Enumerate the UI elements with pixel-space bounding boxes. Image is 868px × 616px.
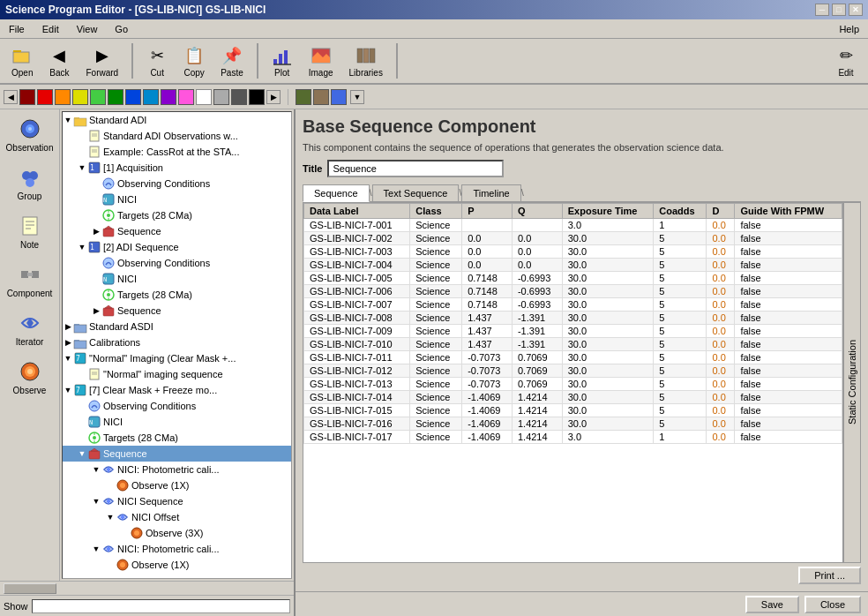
color-swatch-10[interactable] xyxy=(196,89,212,105)
tab-text-sequence[interactable]: Text Sequence xyxy=(372,184,460,201)
table-row[interactable]: GS-LIB-NICI-7-012Science-0.70730.706930.… xyxy=(304,364,842,378)
tree-item[interactable]: ▼NICI: Photometric cali... xyxy=(63,462,291,477)
table-row[interactable]: GS-LIB-NICI-7-016Science-1.40691.421430.… xyxy=(304,417,842,431)
static-config-tab[interactable]: Static Configuration xyxy=(843,202,861,563)
tree-toggle[interactable]: ▼ xyxy=(91,497,101,506)
tree-item[interactable]: Observe (1X) xyxy=(63,477,291,493)
tree-item[interactable]: ▼Sequence xyxy=(63,446,291,462)
color-swatch-5[interactable] xyxy=(108,89,123,105)
libraries-button[interactable]: Libraries xyxy=(343,42,389,80)
forward-button[interactable]: ▶ Forward xyxy=(79,42,124,80)
table-row[interactable]: GS-LIB-NICI-7-010Science1.437-1.39130.05… xyxy=(304,338,842,351)
tree-item[interactable]: ▼7[7] Clear Mask + Freeze mo... xyxy=(63,382,291,398)
tree-toggle[interactable]: ▶ xyxy=(63,322,73,331)
sidebar-item-group[interactable]: Group xyxy=(4,162,56,205)
table-row[interactable]: GS-LIB-NICI-7-001Science3.010.0false xyxy=(304,219,842,232)
sidebar-item-component[interactable]: Component xyxy=(4,259,56,302)
tree-panel[interactable]: ▼Standard ADIStandard ADI Observations w… xyxy=(62,111,292,579)
tree-toggle[interactable]: ▼ xyxy=(77,449,87,458)
tree-toggle[interactable]: ▼ xyxy=(105,513,116,522)
plot-button[interactable]: Plot xyxy=(266,42,299,80)
sidebar-item-observe[interactable]: Observe xyxy=(4,356,56,399)
color-swatch-9[interactable] xyxy=(178,89,194,105)
save-button[interactable]: Save xyxy=(745,596,799,613)
tree-item[interactable]: Observing Conditions xyxy=(63,255,291,271)
tree-toggle[interactable]: ▼ xyxy=(91,545,101,553)
table-row[interactable]: GS-LIB-NICI-7-013Science-0.70730.706930.… xyxy=(304,378,842,391)
table-row[interactable]: GS-LIB-NICI-7-015Science-1.40691.421430.… xyxy=(304,404,842,417)
table-row[interactable]: GS-LIB-NICI-7-008Science1.437-1.39130.05… xyxy=(304,312,842,325)
tree-toggle[interactable]: ▶ xyxy=(91,227,101,236)
tree-item[interactable]: Observe (3X) xyxy=(63,525,291,541)
tree-scrollbar[interactable] xyxy=(0,581,294,595)
sidebar-item-observation[interactable]: Observation xyxy=(4,113,56,156)
tree-item[interactable]: ▶Sequence xyxy=(63,303,291,319)
table-row[interactable]: GS-LIB-NICI-7-007Science0.7148-0.699330.… xyxy=(304,298,842,312)
table-row[interactable]: GS-LIB-NICI-7-006Science0.7148-0.699330.… xyxy=(304,285,842,298)
color-swatch-11[interactable] xyxy=(213,89,229,105)
tree-toggle[interactable]: ▼ xyxy=(63,116,73,124)
table-row[interactable]: GS-LIB-NICI-7-009Science1.437-1.39130.05… xyxy=(304,325,842,338)
tab-timeline[interactable]: Timeline xyxy=(461,184,520,201)
tree-item[interactable]: ▼NICI: Photometric cali... xyxy=(63,541,291,557)
tree-scrollbar-thumb[interactable] xyxy=(4,583,56,594)
menu-edit[interactable]: Edit xyxy=(37,23,64,35)
tree-item[interactable]: ▼NICI Sequence xyxy=(63,493,291,509)
tree-toggle[interactable]: ▼ xyxy=(77,243,87,252)
table-row[interactable]: GS-LIB-NICI-7-005Science0.7148-0.699330.… xyxy=(304,272,842,285)
cut-button[interactable]: ✂ Cut xyxy=(140,42,174,80)
tree-item[interactable]: Example: CassRot at the STA... xyxy=(63,144,291,160)
color-swatch-1[interactable] xyxy=(37,89,53,105)
table-row[interactable]: GS-LIB-NICI-7-017Science-1.40691.42143.0… xyxy=(304,431,842,444)
tree-item[interactable]: NNICI xyxy=(63,192,291,207)
color-swatch-4[interactable] xyxy=(90,89,106,105)
color-swatch-0[interactable] xyxy=(19,89,35,105)
sidebar-item-iterator[interactable]: Iterator xyxy=(4,307,56,350)
open-button[interactable]: Open xyxy=(5,42,39,80)
tree-item[interactable]: Observe (1X) xyxy=(63,557,291,573)
close-window-button[interactable]: ✕ xyxy=(849,4,863,16)
tree-toggle[interactable]: ▼ xyxy=(91,465,101,474)
tree-item[interactable]: Targets (28 CMa) xyxy=(63,287,291,303)
tree-item[interactable]: ▼NICI Offset xyxy=(63,509,291,525)
copy-button[interactable]: 📋 Copy xyxy=(177,42,211,80)
sidebar-item-note[interactable]: Note xyxy=(4,210,56,253)
tree-item[interactable]: ▼1[2] ADI Sequence xyxy=(63,239,291,255)
color-extra-3[interactable] xyxy=(331,89,347,105)
tree-toggle[interactable]: ▶ xyxy=(91,306,101,315)
menu-help[interactable]: Help xyxy=(834,23,864,35)
tree-item[interactable]: Targets (28 CMa) xyxy=(63,207,291,223)
tree-item[interactable]: Observing Conditions xyxy=(63,176,291,192)
menu-file[interactable]: File xyxy=(4,23,30,35)
tree-item[interactable]: ▶Sequence xyxy=(63,223,291,239)
tree-item[interactable]: Targets (28 CMa) xyxy=(63,430,291,446)
menu-view[interactable]: View xyxy=(71,23,103,35)
title-field-input[interactable] xyxy=(327,160,504,177)
color-swatch-3[interactable] xyxy=(72,89,88,105)
maximize-button[interactable]: □ xyxy=(832,4,846,16)
paste-button[interactable]: 📌 Paste xyxy=(214,42,250,80)
image-button[interactable]: Image xyxy=(303,42,340,80)
tree-item[interactable]: ▶Standard ASDI xyxy=(63,319,291,334)
table-row[interactable]: GS-LIB-NICI-7-003Science0.00.030.050.0fa… xyxy=(304,245,842,259)
table-row[interactable]: GS-LIB-NICI-7-014Science-1.40691.421430.… xyxy=(304,391,842,404)
minimize-button[interactable]: ─ xyxy=(815,4,829,16)
tree-item[interactable]: NNICI xyxy=(63,414,291,430)
close-button[interactable]: Close xyxy=(804,596,861,613)
color-swatch-2[interactable] xyxy=(55,89,71,105)
color-swatch-7[interactable] xyxy=(143,89,159,105)
color-arrow-down[interactable]: ▼ xyxy=(350,90,364,104)
show-input[interactable] xyxy=(32,599,290,613)
tree-toggle[interactable]: ▼ xyxy=(77,163,87,172)
tree-item[interactable]: ▼1[1] Acquisition xyxy=(63,160,291,176)
color-scroll-left[interactable]: ◀ xyxy=(4,90,18,104)
back-button[interactable]: ◀ Back xyxy=(42,42,76,80)
tree-item[interactable]: ▶Calibrations xyxy=(63,334,291,350)
color-swatch-6[interactable] xyxy=(125,89,141,105)
tree-item[interactable]: "Normal" imaging sequence xyxy=(63,366,291,382)
edit-button[interactable]: ✏ Edit xyxy=(829,42,863,80)
menu-go[interactable]: Go xyxy=(109,23,133,35)
tree-item[interactable]: ▼Standard ADI xyxy=(63,112,291,128)
color-swatch-13[interactable] xyxy=(249,89,265,105)
tree-toggle[interactable]: ▼ xyxy=(63,354,73,363)
